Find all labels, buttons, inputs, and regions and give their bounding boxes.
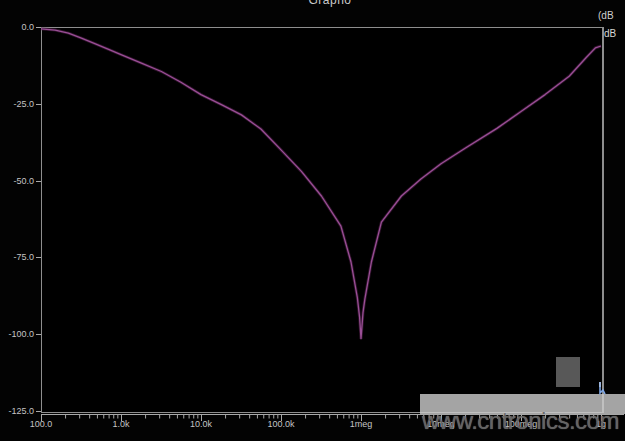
- window-title: Grapho: [308, 0, 351, 7]
- response-curve: [41, 29, 601, 339]
- y-tick-label: -50.0: [0, 176, 34, 186]
- response-curve-glow: [41, 29, 601, 339]
- watermark-text: www.cntronics.com: [422, 407, 619, 435]
- curve-svg: [41, 27, 601, 411]
- y-tick-label: -100.0: [0, 329, 34, 339]
- axis-unit-label: (dB: [598, 10, 614, 21]
- watermark-block: [556, 357, 580, 387]
- cursor-marker-icon[interactable]: [596, 381, 606, 397]
- y-tick-label: -25.0: [0, 99, 34, 109]
- graph-window: Grapho (dB dB 0.0-25.0-50.0-75.0-100.0-1…: [0, 0, 625, 441]
- y-tick-label: -75.0: [0, 252, 34, 262]
- y-tick-label: 0.0: [0, 22, 34, 32]
- series-label: dB: [604, 28, 616, 39]
- plot-area[interactable]: [41, 27, 601, 411]
